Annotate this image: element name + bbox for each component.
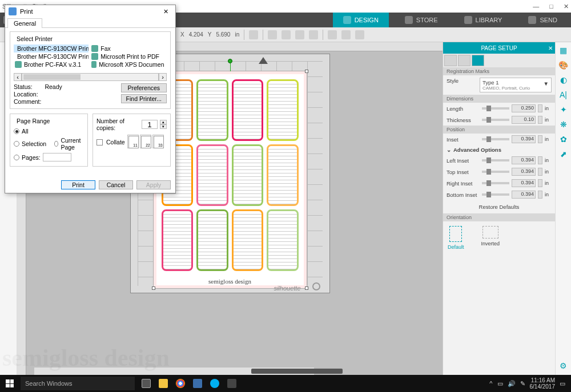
- printer-list-scrollbar[interactable]: ‹ ›: [14, 73, 167, 81]
- rotate-handle[interactable]: [228, 59, 232, 63]
- thickness-slider[interactable]: [482, 119, 509, 121]
- sticker[interactable]: [196, 209, 228, 271]
- scroll-left-icon[interactable]: ‹: [14, 73, 22, 81]
- send-icon[interactable]: ⬈: [558, 148, 569, 160]
- style-dropdown[interactable]: Type 1 CAMEO, Portrait, Curio ▼: [480, 78, 552, 92]
- dialog-close-icon[interactable]: ✕: [160, 8, 172, 15]
- coord-x-value[interactable]: 4.204: [189, 31, 203, 38]
- tray-chevron-icon[interactable]: ^: [489, 380, 492, 387]
- inset-slider[interactable]: [482, 138, 509, 140]
- printer-item[interactable]: Microsoft XPS Documen: [90, 60, 165, 68]
- selection-handle[interactable]: [305, 70, 308, 73]
- sticker[interactable]: [232, 79, 264, 141]
- selection-handle[interactable]: [152, 286, 155, 290]
- copies-input[interactable]: [142, 120, 158, 129]
- task-view-icon[interactable]: [138, 375, 154, 392]
- start-button[interactable]: [0, 375, 19, 392]
- system-tray[interactable]: ^ ▭ 🔊 ✎ 11:16 AM 6/14/2017 ▭: [489, 377, 571, 390]
- network-icon[interactable]: ▭: [497, 380, 503, 387]
- clock[interactable]: 11:16 AM 6/14/2017: [530, 377, 556, 390]
- lock-icon[interactable]: [249, 30, 258, 39]
- selection-handle[interactable]: [305, 286, 308, 290]
- minimize-icon[interactable]: —: [533, 3, 539, 10]
- panel-tab-regmarks[interactable]: [472, 55, 484, 66]
- dialog-titlebar[interactable]: Print ✕: [5, 5, 175, 18]
- bottom-inset-input[interactable]: 0.394: [512, 191, 536, 199]
- volume-icon[interactable]: 🔊: [508, 380, 516, 387]
- cancel-button[interactable]: Cancel: [99, 180, 133, 189]
- tab-library[interactable]: LIBRARY: [454, 13, 513, 27]
- transform-icon[interactable]: ✦: [558, 104, 569, 115]
- close-icon[interactable]: ✕: [564, 3, 569, 10]
- tab-general[interactable]: General: [7, 18, 42, 28]
- scroll-right-icon[interactable]: ›: [159, 73, 167, 81]
- thickness-stepper[interactable]: [538, 116, 542, 124]
- inset-input[interactable]: 0.394: [512, 135, 536, 143]
- printer-item[interactable]: Fax: [90, 45, 165, 52]
- pages-input[interactable]: [43, 153, 71, 161]
- color-icon[interactable]: 🎨: [558, 59, 569, 71]
- chrome-icon[interactable]: [172, 375, 188, 392]
- length-stepper[interactable]: [538, 104, 542, 112]
- flower-icon[interactable]: [328, 30, 337, 39]
- pen-icon[interactable]: ✎: [520, 380, 525, 387]
- printer-item[interactable]: Brother MFC-9130CW Printer (Copy 1): [14, 52, 89, 60]
- app-icon-2[interactable]: [224, 375, 240, 392]
- group-icon[interactable]: [282, 30, 291, 39]
- ungroup-icon[interactable]: [295, 30, 304, 39]
- radio-pages[interactable]: Pages:: [14, 153, 84, 161]
- apply-button[interactable]: Apply: [136, 180, 171, 189]
- design-page[interactable]: semigloss design: [154, 71, 307, 288]
- print-button[interactable]: Print: [61, 180, 95, 189]
- right-inset-input[interactable]: 0.394: [512, 179, 536, 187]
- scissors-icon[interactable]: [341, 30, 351, 39]
- tab-send[interactable]: SEND: [518, 13, 568, 27]
- text-icon[interactable]: A|: [558, 89, 569, 100]
- coord-y-value[interactable]: 5.690: [216, 31, 230, 38]
- top-inset-slider[interactable]: [482, 171, 509, 173]
- printer-item[interactable]: Microsoft Print to PDF: [90, 52, 165, 60]
- length-input[interactable]: 0.250: [512, 104, 536, 112]
- radio-selection[interactable]: Selection: [14, 137, 46, 151]
- printer-item[interactable]: Brother MFC-9130CW PrinterFax: [14, 45, 89, 52]
- delete-icon[interactable]: [355, 30, 364, 39]
- find-printer-button[interactable]: Find Printer...: [121, 94, 167, 103]
- sticker[interactable]: [196, 144, 228, 206]
- left-inset-slider[interactable]: [482, 159, 509, 161]
- settings-icon[interactable]: ⚙: [558, 360, 569, 371]
- inset-stepper[interactable]: [538, 135, 542, 143]
- maximize-icon[interactable]: □: [549, 3, 553, 10]
- orientation-default[interactable]: Default: [448, 226, 464, 250]
- tab-store[interactable]: STORE: [395, 13, 448, 27]
- sticker[interactable]: [232, 209, 264, 271]
- panel-tab-tray[interactable]: [444, 55, 457, 66]
- flower-icon[interactable]: ✿: [558, 134, 569, 145]
- thickness-input[interactable]: 0.10: [512, 116, 536, 124]
- sticker[interactable]: [232, 144, 264, 206]
- notifications-icon[interactable]: ▭: [560, 380, 565, 387]
- tab-design[interactable]: DESIGN: [333, 13, 389, 27]
- left-inset-input[interactable]: 0.394: [512, 156, 536, 164]
- panel-close-icon[interactable]: ✕: [548, 45, 553, 51]
- sticker[interactable]: [267, 144, 299, 206]
- sticker[interactable]: [267, 79, 299, 141]
- copies-stepper[interactable]: ▴▾: [160, 120, 167, 129]
- skype-icon[interactable]: [207, 375, 223, 392]
- page-icon[interactable]: ▦: [558, 45, 569, 56]
- sticker[interactable]: [162, 209, 194, 271]
- preferences-button[interactable]: Preferences: [121, 83, 167, 92]
- collate-checkbox[interactable]: [96, 139, 103, 146]
- printer-item[interactable]: Brother PC-FAX v.3.1: [14, 60, 89, 68]
- length-slider[interactable]: [482, 107, 509, 110]
- sticker[interactable]: [196, 79, 228, 141]
- advanced-toggle[interactable]: ⌄ Advanced Options: [443, 145, 555, 155]
- orientation-inverted[interactable]: Inverted: [481, 226, 500, 250]
- bottom-inset-slider[interactable]: [482, 193, 509, 196]
- right-inset-slider[interactable]: [482, 182, 509, 184]
- align-icon[interactable]: [268, 30, 277, 39]
- radio-current-page[interactable]: Current Page: [54, 137, 84, 151]
- panel-tab-grid[interactable]: [458, 55, 471, 66]
- app-icon[interactable]: [190, 375, 206, 392]
- line-icon[interactable]: ◐: [558, 74, 569, 86]
- printer-list[interactable]: Brother MFC-9130CW PrinterFax Brother MF…: [14, 45, 167, 72]
